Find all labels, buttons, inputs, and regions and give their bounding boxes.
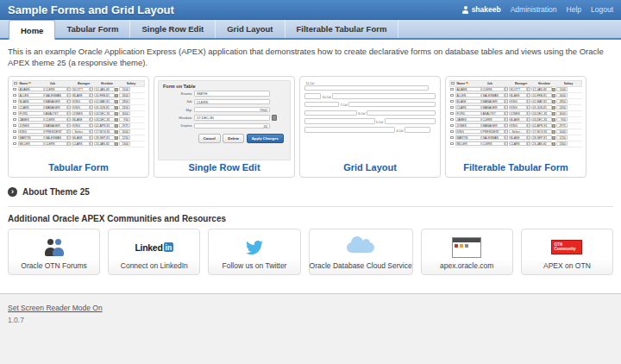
user-menu[interactable]: shakeeb xyxy=(462,5,501,14)
calendar-icon xyxy=(115,106,118,110)
resource-card-oracle-database-cloud-service[interactable]: Oracle Database Cloud Service xyxy=(309,229,413,275)
dropdown-icon xyxy=(67,123,71,128)
dropdown-icon xyxy=(67,99,71,104)
calendar-icon xyxy=(115,112,118,116)
mini-job-select: CLERK xyxy=(44,141,67,146)
grid-layout-thumbnail[interactable]: 11-Col10-Col7-Col6-Col5-Col4-Col xyxy=(304,80,436,160)
mini-job-select: MANAGER xyxy=(481,123,505,128)
app-title: Sample Forms and Grid Layout xyxy=(8,3,462,16)
linkedin-wordmark: Linked xyxy=(135,242,162,253)
mini-table-row: BLAKEMANAGERKING01-MAY-812850 xyxy=(12,99,145,105)
screen-reader-mode-link[interactable]: Set Screen Reader Mode On xyxy=(8,304,103,312)
user-name: shakeeb xyxy=(472,5,501,14)
mini-grid-input xyxy=(304,110,357,116)
mini-table-row: JONESMANAGERKING02-APR-812975 xyxy=(12,123,145,129)
dropdown-icon xyxy=(527,105,530,110)
preview-card-single-row-edit: Form on Table EnameSMITHJobCLERKMgr7902H… xyxy=(154,76,295,178)
mini-field-input: 20 xyxy=(194,123,270,129)
resource-card-oracle-otn-forums[interactable]: Oracle OTN Forums xyxy=(8,229,100,275)
mini-name-input: ALLEN xyxy=(18,93,44,97)
calendar-icon xyxy=(115,142,118,146)
dropdown-icon xyxy=(90,141,93,146)
filterable-tabular-form-link[interactable]: Filterable Tabular Form xyxy=(449,160,582,177)
mini-table-header: NameJobManagerHiredateSalary xyxy=(12,80,145,87)
mini-grid-label: 5-Col xyxy=(376,121,383,124)
mini-job-select: MANAGER xyxy=(44,99,67,104)
mini-hiredate-input: 03-DEC-81 xyxy=(531,117,552,122)
about-theme-expander[interactable]: › About Theme 25 xyxy=(0,178,621,204)
resource-card-apex-oracle-com[interactable]: apex.oracle.com xyxy=(421,229,513,275)
dropdown-icon xyxy=(505,117,508,122)
resource-card-follow-us-on-twitter[interactable]: Follow us on Twitter xyxy=(208,229,300,275)
select-all-checkbox xyxy=(14,82,17,85)
resource-label: Follow us on Twitter xyxy=(222,261,286,270)
mini-name-input: CLARK xyxy=(455,105,481,110)
row-checkbox xyxy=(13,100,16,104)
dropdown-icon xyxy=(67,129,71,134)
dropdown-icon xyxy=(90,93,93,97)
mini-job-select: PRESIDENT xyxy=(44,129,67,134)
mini-table-row: JAMESCLERKBLAKE03-DEC-81950 xyxy=(449,117,582,123)
resource-card-apex-on-otn[interactable]: OTNCommunityAPEX on OTN xyxy=(521,229,613,275)
mini-manager-select: BLAKE xyxy=(72,93,90,97)
mini-form-buttons: CancelDeleteApply Changes xyxy=(163,134,285,143)
single-row-edit-thumbnail[interactable]: Form on Table EnameSMITHJobCLERKMgr7902H… xyxy=(158,80,291,160)
mini-hiredate-input: 03-DEC-81 xyxy=(94,117,115,122)
mini-button-delete: Delete xyxy=(223,134,244,143)
mini-manager-select: SCOTT xyxy=(509,87,527,91)
dropdown-icon xyxy=(67,87,71,91)
tab-tabular-form[interactable]: Tabular Form xyxy=(55,20,130,38)
tab-home[interactable]: Home xyxy=(9,20,55,40)
tab-single-row-edit[interactable]: Single Row Edit xyxy=(130,20,216,38)
filterable-tabular-form-thumbnail[interactable]: NameJobManagerHiredateSalaryADAMSCLERKSC… xyxy=(449,80,582,160)
mini-column-header: Manager xyxy=(515,82,538,85)
mini-column-header: Salary xyxy=(564,82,576,85)
mini-hiredate-input: 01-MAY-81 xyxy=(531,99,552,104)
preview-cards-row: NameJobManagerHiredateSalaryADAMSCLERKSC… xyxy=(0,72,621,178)
single-row-edit-link[interactable]: Single Row Edit xyxy=(158,160,291,177)
mini-grid-label: 6-Col xyxy=(358,112,365,116)
resource-card-connect-on-linkedin[interactable]: LinkedinConnect on LinkedIn xyxy=(108,229,200,275)
calendar-icon xyxy=(552,112,555,116)
dropdown-icon xyxy=(90,135,93,140)
mini-grid-input xyxy=(304,118,375,124)
calendar-icon xyxy=(552,88,555,91)
tab-grid-layout[interactable]: Grid Layout xyxy=(216,20,285,38)
mini-grid-cell: 11-Col xyxy=(304,82,436,91)
about-theme-label: About Theme 25 xyxy=(22,187,90,197)
mini-form-field: Deptno20 xyxy=(163,123,285,129)
mini-manager-select: KING xyxy=(509,123,527,128)
mini-form-panel: Form on Table EnameSMITHJobCLERKMgr7902H… xyxy=(158,80,291,160)
mini-name-input: ADAMS xyxy=(18,87,44,91)
calendar-icon xyxy=(272,115,278,121)
dropdown-icon xyxy=(527,135,530,140)
row-checkbox xyxy=(13,130,16,134)
tab-filterable-tabular-form[interactable]: Filterable Tabular Form xyxy=(285,20,399,38)
mini-salary-input: 3000 xyxy=(119,111,130,116)
mini-column-header: Name xyxy=(456,82,487,85)
dropdown-icon xyxy=(505,87,508,91)
header-link-help[interactable]: Help xyxy=(567,5,581,14)
mini-salary-input: 2450 xyxy=(556,105,568,110)
mini-column-header: Job xyxy=(487,82,515,85)
tabular-form-thumbnail[interactable]: NameJobManagerHiredateSalaryADAMSCLERKSC… xyxy=(12,80,145,160)
mini-salary-input: 1100 xyxy=(119,87,130,91)
page-footer: Set Screen Reader Mode On 1.0.7 xyxy=(0,293,621,364)
dropdown-icon xyxy=(505,141,508,146)
tabular-form-link[interactable]: Tabular Form xyxy=(12,160,145,177)
header-link-logout[interactable]: Logout xyxy=(591,5,613,14)
dropdown-icon xyxy=(90,105,93,110)
mini-column-header: Hiredate xyxy=(101,82,127,85)
dropdown-icon xyxy=(527,123,530,128)
header-link-administration[interactable]: Administration xyxy=(511,5,557,14)
calendar-icon xyxy=(552,130,555,134)
mini-salary-input: 1100 xyxy=(556,87,568,91)
select-all-checkbox xyxy=(451,82,455,85)
mini-salary-input: 1300 xyxy=(556,141,568,146)
mini-manager-select: KING xyxy=(72,123,90,128)
grid-layout-link[interactable]: Grid Layout xyxy=(304,160,436,177)
calendar-icon xyxy=(115,94,118,97)
cloud-icon xyxy=(347,235,374,260)
mini-hiredate-input: 20-FEB-81 xyxy=(94,93,115,97)
mini-salary-input: 2850 xyxy=(119,99,130,104)
